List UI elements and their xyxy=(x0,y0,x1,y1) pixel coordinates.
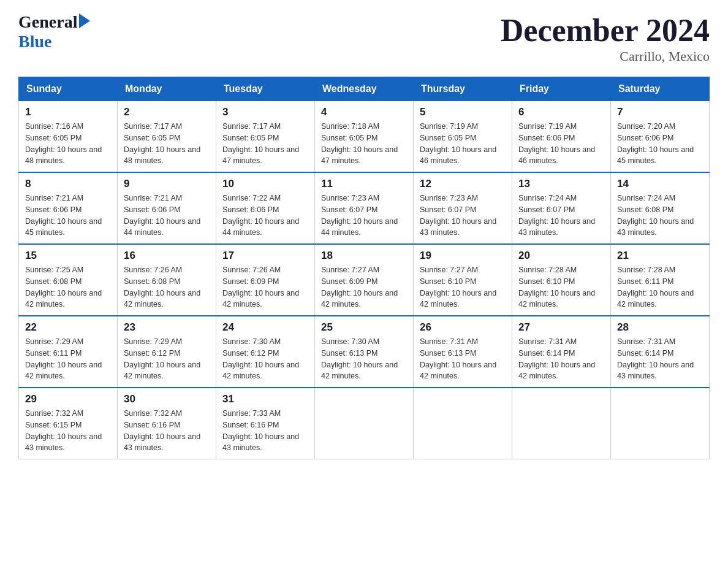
day-number: 10 xyxy=(222,178,308,190)
day-info: Sunrise: 7:26 AMSunset: 6:09 PMDaylight:… xyxy=(222,264,308,310)
calendar-cell: 13Sunrise: 7:24 AMSunset: 6:07 PMDayligh… xyxy=(512,172,611,244)
day-info: Sunrise: 7:29 AMSunset: 6:12 PMDaylight:… xyxy=(124,336,210,382)
day-info: Sunrise: 7:31 AMSunset: 6:14 PMDaylight:… xyxy=(518,336,604,382)
day-number: 5 xyxy=(420,106,506,118)
calendar-header-row: SundayMondayTuesdayWednesdayThursdayFrid… xyxy=(19,77,710,101)
title-section: December 2024 Carrillo, Mexico xyxy=(501,12,710,64)
day-number: 29 xyxy=(25,393,111,405)
week-row-1: 1Sunrise: 7:16 AMSunset: 6:05 PMDaylight… xyxy=(19,101,710,173)
calendar-cell: 11Sunrise: 7:23 AMSunset: 6:07 PMDayligh… xyxy=(315,172,414,244)
day-info: Sunrise: 7:23 AMSunset: 6:07 PMDaylight:… xyxy=(321,193,407,239)
day-info: Sunrise: 7:25 AMSunset: 6:08 PMDaylight:… xyxy=(25,264,111,310)
calendar-cell xyxy=(512,388,611,459)
day-info: Sunrise: 7:32 AMSunset: 6:15 PMDaylight:… xyxy=(25,408,111,454)
day-info: Sunrise: 7:28 AMSunset: 6:10 PMDaylight:… xyxy=(518,264,604,310)
calendar-cell xyxy=(315,388,414,459)
day-number: 31 xyxy=(222,393,308,405)
day-info: Sunrise: 7:30 AMSunset: 6:13 PMDaylight:… xyxy=(321,336,407,382)
logo-blue-text: Blue xyxy=(18,32,51,52)
day-number: 23 xyxy=(124,321,210,334)
day-info: Sunrise: 7:16 AMSunset: 6:05 PMDaylight:… xyxy=(25,121,111,167)
day-number: 17 xyxy=(222,250,308,262)
calendar-cell: 16Sunrise: 7:26 AMSunset: 6:08 PMDayligh… xyxy=(118,244,216,316)
calendar-cell: 3Sunrise: 7:17 AMSunset: 6:05 PMDaylight… xyxy=(216,101,315,173)
logo-general-text: General xyxy=(18,12,77,32)
day-info: Sunrise: 7:27 AMSunset: 6:10 PMDaylight:… xyxy=(420,264,506,310)
calendar-cell: 18Sunrise: 7:27 AMSunset: 6:09 PMDayligh… xyxy=(315,244,414,316)
day-info: Sunrise: 7:17 AMSunset: 6:05 PMDaylight:… xyxy=(124,121,210,167)
day-info: Sunrise: 7:30 AMSunset: 6:12 PMDaylight:… xyxy=(222,336,308,382)
day-number: 11 xyxy=(321,178,407,190)
day-number: 14 xyxy=(617,178,703,190)
day-info: Sunrise: 7:18 AMSunset: 6:05 PMDaylight:… xyxy=(321,121,407,167)
calendar-cell: 31Sunrise: 7:33 AMSunset: 6:16 PMDayligh… xyxy=(216,388,315,459)
day-number: 16 xyxy=(124,250,210,262)
logo: General Blue xyxy=(18,12,90,52)
day-info: Sunrise: 7:29 AMSunset: 6:11 PMDaylight:… xyxy=(25,336,111,382)
day-info: Sunrise: 7:23 AMSunset: 6:07 PMDaylight:… xyxy=(420,193,506,239)
day-number: 20 xyxy=(518,250,604,262)
calendar-cell: 1Sunrise: 7:16 AMSunset: 6:05 PMDaylight… xyxy=(19,101,118,173)
header-tuesday: Tuesday xyxy=(216,77,315,101)
day-info: Sunrise: 7:31 AMSunset: 6:13 PMDaylight:… xyxy=(420,336,506,382)
logo-triangle-icon xyxy=(79,13,90,28)
day-number: 24 xyxy=(222,321,308,334)
week-row-3: 15Sunrise: 7:25 AMSunset: 6:08 PMDayligh… xyxy=(19,244,710,316)
calendar-cell: 19Sunrise: 7:27 AMSunset: 6:10 PMDayligh… xyxy=(414,244,512,316)
day-number: 18 xyxy=(321,250,407,262)
month-title: December 2024 xyxy=(501,12,710,48)
week-row-2: 8Sunrise: 7:21 AMSunset: 6:06 PMDaylight… xyxy=(19,172,710,244)
day-number: 2 xyxy=(124,106,210,118)
day-info: Sunrise: 7:32 AMSunset: 6:16 PMDaylight:… xyxy=(124,408,210,454)
calendar-cell: 22Sunrise: 7:29 AMSunset: 6:11 PMDayligh… xyxy=(19,316,118,388)
header-thursday: Thursday xyxy=(414,77,512,101)
calendar-cell: 26Sunrise: 7:31 AMSunset: 6:13 PMDayligh… xyxy=(414,316,512,388)
calendar-cell xyxy=(611,388,710,459)
calendar-cell xyxy=(414,388,512,459)
day-number: 4 xyxy=(321,106,407,118)
calendar-cell: 28Sunrise: 7:31 AMSunset: 6:14 PMDayligh… xyxy=(611,316,710,388)
header-saturday: Saturday xyxy=(611,77,710,101)
calendar-cell: 24Sunrise: 7:30 AMSunset: 6:12 PMDayligh… xyxy=(216,316,315,388)
day-number: 12 xyxy=(420,178,506,190)
calendar-cell: 29Sunrise: 7:32 AMSunset: 6:15 PMDayligh… xyxy=(19,388,118,459)
day-info: Sunrise: 7:24 AMSunset: 6:07 PMDaylight:… xyxy=(518,193,604,239)
header-monday: Monday xyxy=(118,77,216,101)
day-number: 25 xyxy=(321,321,407,334)
calendar-cell: 6Sunrise: 7:19 AMSunset: 6:06 PMDaylight… xyxy=(512,101,611,173)
calendar-cell: 2Sunrise: 7:17 AMSunset: 6:05 PMDaylight… xyxy=(118,101,216,173)
calendar-cell: 20Sunrise: 7:28 AMSunset: 6:10 PMDayligh… xyxy=(512,244,611,316)
week-row-5: 29Sunrise: 7:32 AMSunset: 6:15 PMDayligh… xyxy=(19,388,710,459)
day-number: 13 xyxy=(518,178,604,190)
day-info: Sunrise: 7:21 AMSunset: 6:06 PMDaylight:… xyxy=(124,193,210,239)
day-number: 22 xyxy=(25,321,111,334)
calendar-cell: 21Sunrise: 7:28 AMSunset: 6:11 PMDayligh… xyxy=(611,244,710,316)
day-info: Sunrise: 7:24 AMSunset: 6:08 PMDaylight:… xyxy=(617,193,703,239)
day-info: Sunrise: 7:22 AMSunset: 6:06 PMDaylight:… xyxy=(222,193,308,239)
day-info: Sunrise: 7:17 AMSunset: 6:05 PMDaylight:… xyxy=(222,121,308,167)
day-number: 9 xyxy=(124,178,210,190)
calendar-cell: 15Sunrise: 7:25 AMSunset: 6:08 PMDayligh… xyxy=(19,244,118,316)
day-info: Sunrise: 7:19 AMSunset: 6:06 PMDaylight:… xyxy=(518,121,604,167)
header-wednesday: Wednesday xyxy=(315,77,414,101)
day-number: 7 xyxy=(617,106,703,118)
day-number: 21 xyxy=(617,250,703,262)
day-info: Sunrise: 7:27 AMSunset: 6:09 PMDaylight:… xyxy=(321,264,407,310)
calendar-cell: 30Sunrise: 7:32 AMSunset: 6:16 PMDayligh… xyxy=(118,388,216,459)
calendar-cell: 4Sunrise: 7:18 AMSunset: 6:05 PMDaylight… xyxy=(315,101,414,173)
calendar-cell: 8Sunrise: 7:21 AMSunset: 6:06 PMDaylight… xyxy=(19,172,118,244)
day-info: Sunrise: 7:19 AMSunset: 6:05 PMDaylight:… xyxy=(420,121,506,167)
day-number: 26 xyxy=(420,321,506,334)
calendar-cell: 12Sunrise: 7:23 AMSunset: 6:07 PMDayligh… xyxy=(414,172,512,244)
day-number: 8 xyxy=(25,178,111,190)
calendar-cell: 27Sunrise: 7:31 AMSunset: 6:14 PMDayligh… xyxy=(512,316,611,388)
location-text: Carrillo, Mexico xyxy=(501,48,710,64)
day-info: Sunrise: 7:33 AMSunset: 6:16 PMDaylight:… xyxy=(222,408,308,454)
day-number: 19 xyxy=(420,250,506,262)
day-info: Sunrise: 7:21 AMSunset: 6:06 PMDaylight:… xyxy=(25,193,111,239)
calendar-cell: 9Sunrise: 7:21 AMSunset: 6:06 PMDaylight… xyxy=(118,172,216,244)
day-info: Sunrise: 7:20 AMSunset: 6:06 PMDaylight:… xyxy=(617,121,703,167)
day-number: 27 xyxy=(518,321,604,334)
day-number: 3 xyxy=(222,106,308,118)
calendar-cell: 5Sunrise: 7:19 AMSunset: 6:05 PMDaylight… xyxy=(414,101,512,173)
